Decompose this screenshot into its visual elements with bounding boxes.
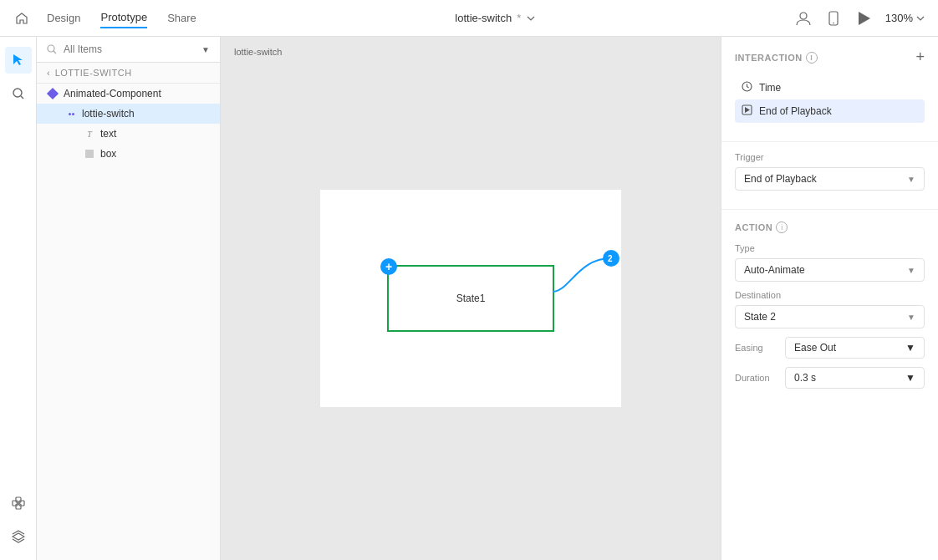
clock-icon [742, 81, 752, 94]
device-icon[interactable] [825, 10, 842, 27]
duration-field: Duration 0.3 s ▼ [735, 367, 925, 389]
layers-panel: ▼ ‹ LOTTIE-SWITCH Animated-Component lot… [37, 37, 221, 560]
play-box-icon [742, 104, 752, 118]
file-title: lottie-switch [455, 12, 512, 24]
text-type-icon: T [84, 128, 95, 140]
trigger-time-option[interactable]: Time [735, 76, 925, 99]
svg-text:2: 2 [608, 254, 613, 263]
layer-item-text[interactable]: T text [37, 124, 220, 144]
svg-rect-7 [19, 501, 24, 506]
trigger-select[interactable]: End of Playback ▼ [735, 167, 925, 191]
duration-select-value: 0.3 s [794, 372, 816, 384]
easing-select-value: Ease Out [794, 342, 836, 354]
play-icon[interactable] [855, 10, 872, 27]
add-interaction-icon[interactable]: + [915, 48, 925, 66]
svg-point-2 [833, 22, 834, 23]
easing-field: Easing Ease Out ▼ [735, 337, 925, 359]
type-field: Type Auto-Animate ▼ [735, 243, 925, 282]
topbar-nav: Design Prototype Share [47, 8, 196, 28]
trigger-chevron-icon: ▼ [907, 175, 915, 184]
topbar: Design Prototype Share lottie-switch * 1… [0, 0, 938, 37]
interaction-info-icon[interactable]: i [806, 52, 818, 64]
svg-rect-6 [13, 501, 18, 506]
user-icon[interactable] [795, 10, 812, 27]
destination-chevron-icon: ▼ [907, 313, 915, 322]
components-icon[interactable] [5, 490, 32, 517]
type-chevron-icon: ▼ [907, 266, 915, 275]
easing-chevron-icon: ▼ [905, 342, 915, 354]
layer-item-label: Animated-Component [64, 88, 161, 99]
svg-point-0 [800, 13, 807, 19]
svg-point-11 [603, 250, 619, 267]
tab-share[interactable]: Share [167, 8, 196, 28]
connection-arrow: 2 [553, 242, 636, 308]
duration-field-label: Duration [735, 373, 785, 383]
layer-item-label: lottie-switch [82, 108, 135, 120]
state-box[interactable]: + 2 State1 [387, 265, 554, 332]
action-section: ACTION i Type Auto-Animate ▼ Destination… [721, 210, 938, 400]
destination-select-value: State 2 [744, 311, 776, 323]
svg-rect-9 [16, 504, 21, 509]
box-shape-icon [84, 148, 95, 160]
topbar-title: lottie-switch * [196, 12, 795, 24]
interaction-title: INTERACTION i [735, 52, 818, 64]
svg-marker-3 [859, 12, 870, 25]
trigger-field-label: Trigger [735, 152, 925, 162]
easing-select[interactable]: Ease Out ▼ [785, 337, 925, 359]
action-header: ACTION i [735, 221, 925, 233]
main-layout: ▼ ‹ LOTTIE-SWITCH Animated-Component lot… [0, 37, 938, 560]
layer-item-box[interactable]: box [37, 144, 220, 164]
svg-point-5 [13, 89, 22, 97]
type-field-label: Type [735, 243, 925, 253]
destination-field: Destination State 2 ▼ [735, 290, 925, 328]
lottie-icon [65, 108, 77, 120]
trigger-time-label: Time [759, 82, 781, 94]
type-select[interactable]: Auto-Animate ▼ [735, 258, 925, 282]
trigger-end-playback-option[interactable]: End of Playback [735, 99, 925, 123]
action-title-label: ACTION [735, 222, 772, 232]
layers-search-icon [47, 44, 57, 54]
breadcrumb-label: LOTTIE-SWITCH [55, 68, 132, 78]
left-sidebar-bottom-icons [5, 490, 32, 550]
duration-select[interactable]: 0.3 s ▼ [785, 367, 925, 389]
destination-select[interactable]: State 2 ▼ [735, 305, 925, 328]
zoom-control[interactable]: 130% [885, 12, 925, 24]
interaction-title-label: INTERACTION [735, 53, 803, 63]
select-tool-icon[interactable] [5, 47, 32, 74]
left-sidebar-icons [0, 37, 37, 560]
diamond-icon [47, 88, 59, 99]
tab-design[interactable]: Design [47, 8, 80, 28]
layer-item-animated-component[interactable]: Animated-Component [37, 84, 220, 104]
topbar-actions: 130% [795, 10, 925, 27]
search-icon[interactable] [5, 80, 32, 107]
svg-marker-15 [745, 107, 750, 113]
svg-point-10 [48, 45, 54, 52]
interaction-header: INTERACTION i + [735, 48, 925, 66]
home-icon[interactable] [13, 10, 30, 27]
interaction-section: INTERACTION i + Time [721, 37, 938, 142]
tab-prototype[interactable]: Prototype [100, 8, 147, 28]
layers-filter-chevron-icon[interactable]: ▼ [201, 45, 210, 54]
destination-field-label: Destination [735, 290, 925, 300]
action-info-icon[interactable]: i [776, 221, 788, 233]
add-interaction-button[interactable]: + [380, 258, 397, 275]
layer-item-lottie-switch[interactable]: lottie-switch [37, 104, 220, 124]
easing-field-label: Easing [735, 343, 785, 353]
type-select-value: Auto-Animate [744, 264, 805, 276]
trigger-field-section: Trigger End of Playback ▼ [721, 142, 938, 210]
breadcrumb-back-icon[interactable]: ‹ [47, 68, 50, 78]
canvas-frame: + 2 State1 [320, 190, 621, 407]
svg-rect-8 [16, 497, 21, 502]
chevron-down-icon[interactable] [526, 13, 536, 23]
layer-item-label: text [100, 128, 116, 140]
layers-search-input[interactable] [64, 43, 195, 55]
state-label: State1 [456, 293, 486, 304]
trigger-select-value: End of Playback [744, 173, 817, 185]
svg-marker-4 [13, 54, 23, 65]
canvas-frame-label: lottie-switch [234, 47, 282, 57]
layers-search-bar: ▼ [37, 37, 220, 63]
modified-dot: * [517, 12, 521, 24]
trigger-end-playback-label: End of Playback [759, 105, 918, 117]
duration-chevron-icon: ▼ [905, 372, 915, 384]
layers-icon[interactable] [5, 523, 32, 550]
